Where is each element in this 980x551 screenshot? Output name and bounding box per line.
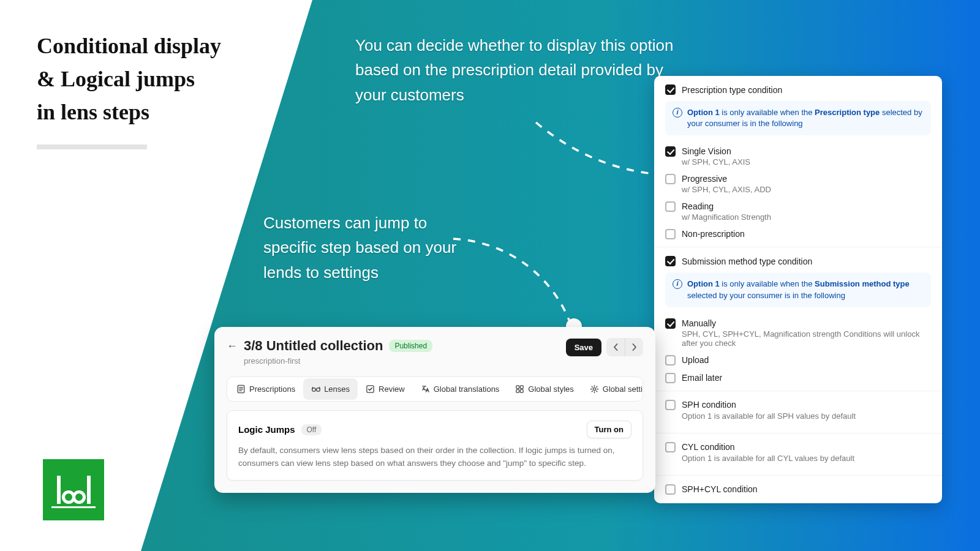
submission-method-checkbox[interactable] — [665, 256, 676, 266]
svg-point-3 — [317, 388, 320, 392]
simple-condition: CYL condition Option 1 is available for … — [654, 433, 942, 475]
submission-method-info-banner: Option 1 is only available when the Subm… — [665, 272, 931, 307]
checkbox[interactable] — [665, 146, 676, 157]
svg-rect-6 — [521, 386, 524, 389]
option-label: Reading — [682, 201, 771, 211]
logic-jumps-card: Logic Jumps Off Turn on By default, cons… — [227, 410, 643, 481]
option-row[interactable]: Email later — [665, 369, 931, 387]
checkbox[interactable] — [665, 355, 676, 365]
headline: Conditional display & Logical jumps in l… — [37, 29, 282, 149]
checkbox[interactable] — [665, 201, 676, 212]
tab-label: Review — [379, 384, 405, 394]
checkbox[interactable] — [665, 484, 676, 495]
save-button[interactable]: Save — [566, 339, 601, 356]
tab-label: Global settings — [603, 384, 643, 394]
brand-logo — [43, 459, 104, 520]
simple-condition: SPH+CYL condition — [654, 475, 942, 503]
back-arrow[interactable]: ← — [227, 340, 238, 353]
checkbox[interactable] — [665, 400, 676, 410]
option-sublabel: SPH, CYL, SPH+CYL, Magnification strengt… — [682, 329, 931, 348]
svg-point-2 — [312, 388, 316, 392]
option-row[interactable]: Progressive w/ SPH, CYL, AXIS, ADD — [665, 170, 931, 198]
review-icon — [366, 384, 375, 394]
tab-strip: Prescriptions Lenses Review Global trans… — [227, 377, 643, 402]
collection-title: 3/8 Untitled collection — [244, 338, 383, 354]
tab-label: Global styles — [528, 384, 573, 394]
tab-global translations[interactable]: Global translations — [413, 378, 508, 400]
option-label: Email later — [682, 373, 722, 383]
prescription-type-info-banner: Option 1 is only available when the Pres… — [665, 101, 931, 135]
logic-jumps-description: By default, consumers view lens steps ba… — [238, 444, 631, 470]
simple-condition-sub: Option 1 is available for all CYL values… — [682, 454, 931, 463]
option-row[interactable]: Upload — [665, 351, 931, 369]
next-button[interactable] — [625, 338, 643, 356]
logic-jumps-title: Logic Jumps — [238, 424, 295, 435]
option-label: Manually — [682, 318, 931, 328]
styles-icon — [515, 384, 524, 394]
tab-label: Global translations — [434, 384, 500, 394]
svg-rect-7 — [516, 389, 519, 392]
option-label: Progressive — [682, 174, 771, 184]
simple-condition-title: SPH condition — [682, 400, 736, 410]
option-sublabel: w/ Magnification Strength — [682, 212, 771, 222]
option-row[interactable]: Reading w/ Magnification Strength — [665, 198, 931, 225]
svg-rect-5 — [516, 386, 519, 389]
canvas: Conditional display & Logical jumps in l… — [0, 0, 980, 551]
tab-lenses[interactable]: Lenses — [303, 378, 358, 400]
settings-icon — [590, 384, 599, 394]
info-icon — [673, 108, 682, 118]
option-label: Single Vision — [682, 146, 750, 156]
prescription-type-checkbox[interactable] — [665, 84, 676, 95]
tab-label: Lenses — [324, 384, 350, 394]
checkbox[interactable] — [665, 318, 676, 329]
option-sublabel: w/ SPH, CYL, AXIS, ADD — [682, 185, 771, 194]
translate-icon — [421, 384, 430, 394]
submission-method-title: Submission method type condition — [682, 257, 812, 266]
simple-condition: SPH condition Option 1 is available for … — [654, 391, 942, 433]
simple-condition-sub: Option 1 is available for all SPH values… — [682, 411, 931, 421]
callout-top: You can decide whether to display this o… — [355, 33, 698, 107]
turn-on-button[interactable]: Turn on — [587, 421, 631, 438]
collection-subtitle: prescription-first — [244, 356, 432, 365]
headline-line-2: & Logical jumps — [37, 62, 282, 96]
tab-label: Prescriptions — [249, 384, 295, 394]
headline-line-1: Conditional display — [37, 29, 282, 62]
collection-editor-card: ← 3/8 Untitled collection Published pres… — [214, 327, 655, 493]
option-row[interactable]: Single Vision w/ SPH, CYL, AXIS — [665, 143, 931, 170]
option-row[interactable]: Non-prescription — [665, 225, 931, 243]
checkbox[interactable] — [665, 174, 676, 184]
submission-method-condition-section: Submission method type condition Option … — [654, 247, 942, 390]
option-row[interactable]: Manually SPH, CYL, SPH+CYL, Magnificatio… — [665, 315, 931, 351]
info-icon — [673, 279, 682, 289]
tab-global settings[interactable]: Global settings — [582, 378, 643, 400]
pager-buttons — [606, 338, 643, 356]
published-badge: Published — [389, 340, 432, 352]
logic-jumps-status-badge: Off — [301, 424, 322, 435]
callout-bottom: Customers can jump to specific step base… — [263, 211, 466, 285]
rx-icon — [236, 384, 246, 394]
svg-point-9 — [593, 388, 595, 390]
simple-condition-title: SPH+CYL condition — [682, 484, 758, 494]
simple-condition-title: CYL condition — [682, 442, 735, 452]
checkbox[interactable] — [665, 373, 676, 383]
option-label: Non-prescription — [682, 229, 745, 239]
conditions-panel: Prescription type condition Option 1 is … — [654, 76, 942, 503]
headline-underline — [37, 144, 147, 149]
checkbox[interactable] — [665, 229, 676, 239]
option-sublabel: w/ SPH, CYL, AXIS — [682, 157, 750, 167]
prev-button[interactable] — [606, 338, 625, 356]
tab-review[interactable]: Review — [358, 378, 413, 400]
headline-line-3: in lens steps — [37, 96, 282, 129]
option-label: Upload — [682, 355, 709, 365]
tab-global styles[interactable]: Global styles — [507, 378, 581, 400]
tab-prescriptions[interactable]: Prescriptions — [228, 378, 303, 400]
glasses-icon — [311, 384, 320, 394]
svg-rect-8 — [521, 389, 524, 392]
prescription-type-title: Prescription type condition — [682, 85, 782, 95]
checkbox[interactable] — [665, 442, 676, 452]
prescription-type-condition-section: Prescription type condition Option 1 is … — [654, 76, 942, 247]
